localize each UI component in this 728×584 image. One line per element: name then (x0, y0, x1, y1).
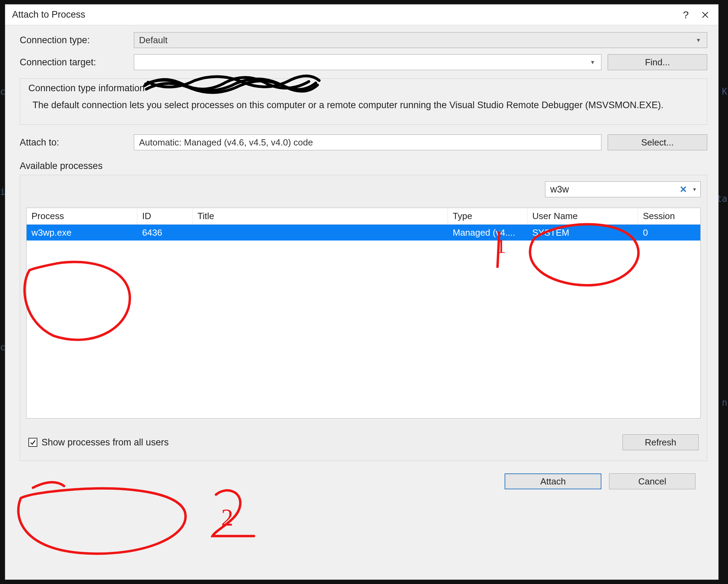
process-filter-value[interactable] (550, 184, 680, 195)
info-group-text: The default connection lets you select p… (28, 98, 699, 112)
check-icon (30, 439, 36, 445)
dialog-titlebar: Attach to Process ? (5, 4, 718, 25)
cancel-button-label: Cancel (638, 476, 666, 487)
cell-user: SYSTEM (527, 225, 638, 241)
cell-process: w3wp.exe (27, 225, 137, 241)
select-button-label: Select... (641, 137, 674, 148)
show-all-users-checkbox[interactable]: Show processes from all users (28, 437, 169, 448)
grid-body[interactable]: w3wp.exe 6436 Managed (v4.... SYSTEM 0 (27, 225, 700, 418)
dialog-title: Attach to Process (12, 9, 675, 20)
chevron-down-icon[interactable]: ▼ (692, 187, 697, 192)
show-all-users-label: Show processes from all users (42, 437, 169, 448)
help-button[interactable]: ? (678, 7, 694, 23)
info-group-title: Connection type information (28, 83, 699, 94)
process-grid[interactable]: Process ID Title Type User Name Session … (26, 208, 701, 418)
attach-button[interactable]: Attach (505, 473, 601, 489)
col-session[interactable]: Session (638, 208, 700, 224)
available-processes-label: Available processes (20, 161, 707, 171)
cell-id: 6436 (137, 225, 193, 241)
attach-to-label: Attach to: (20, 137, 134, 148)
chevron-down-icon: ▾ (697, 36, 700, 44)
cancel-button[interactable]: Cancel (609, 473, 695, 489)
connection-type-label: Connection type: (20, 35, 134, 46)
refresh-button[interactable]: Refresh (623, 434, 699, 450)
attach-button-label: Attach (540, 476, 566, 487)
cell-session: 0 (638, 225, 700, 241)
attach-to-field: Automatic: Managed (v4.6, v4.5, v4.0) co… (134, 134, 601, 150)
cell-title (193, 225, 448, 241)
process-filter-input[interactable]: ✕ ▼ (545, 181, 701, 197)
col-title[interactable]: Title (193, 208, 448, 224)
clear-filter-icon[interactable]: ✕ (680, 184, 687, 195)
col-process[interactable]: Process (27, 208, 137, 224)
attach-to-value: Automatic: Managed (v4.6, v4.5, v4.0) co… (139, 137, 313, 148)
find-button-label: Find... (645, 57, 670, 68)
connection-target-label: Connection target: (20, 57, 134, 68)
refresh-button-label: Refresh (645, 437, 676, 448)
close-button[interactable] (697, 7, 713, 23)
chevron-down-icon: ▾ (591, 58, 594, 66)
connection-target-combo[interactable]: ▾ (134, 54, 601, 70)
grid-header: Process ID Title Type User Name Session (27, 208, 700, 225)
checkbox-box (28, 438, 37, 447)
col-type[interactable]: Type (448, 208, 527, 224)
close-icon (702, 11, 709, 18)
connection-type-value: Default (139, 35, 167, 46)
available-processes-panel: ✕ ▼ Process ID Title Type User Name Sess… (20, 175, 707, 461)
connection-type-combo[interactable]: Default ▾ (134, 32, 707, 48)
select-button[interactable]: Select... (608, 134, 707, 150)
dialog-footer: Attach Cancel (20, 461, 707, 496)
col-user[interactable]: User Name (527, 208, 638, 224)
cell-type: Managed (v4.... (448, 225, 527, 241)
table-row[interactable]: w3wp.exe 6436 Managed (v4.... SYSTEM 0 (27, 225, 700, 241)
find-button[interactable]: Find... (608, 54, 707, 70)
col-id[interactable]: ID (137, 208, 193, 224)
attach-to-process-dialog: Attach to Process ? Connection type: Def… (5, 4, 719, 580)
connection-type-info-group: Connection type information The default … (20, 78, 707, 125)
